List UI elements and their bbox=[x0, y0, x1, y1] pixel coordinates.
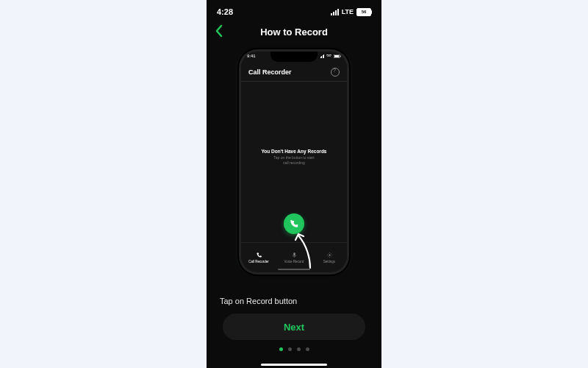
phone-icon bbox=[256, 252, 262, 258]
status-bar: 4:28 LTE 56 bbox=[217, 6, 371, 18]
mock-header: Call Recorder bbox=[248, 68, 340, 77]
battery-icon: 56 bbox=[356, 8, 371, 16]
help-icon bbox=[331, 68, 340, 77]
svg-rect-3 bbox=[293, 252, 295, 256]
instruction-text: Tap on Record button bbox=[220, 297, 297, 305]
svg-rect-1 bbox=[334, 55, 339, 57]
divider bbox=[241, 81, 347, 82]
notch bbox=[270, 52, 318, 62]
status-right: LTE 56 bbox=[331, 8, 371, 16]
header: How to Record bbox=[207, 22, 381, 41]
empty-title: You Don't Have Any Records bbox=[241, 149, 347, 154]
mock-signal-icon bbox=[320, 54, 325, 58]
network-label: LTE bbox=[342, 8, 354, 15]
svg-rect-2 bbox=[340, 55, 341, 57]
home-indicator bbox=[261, 364, 327, 366]
mic-icon bbox=[291, 252, 298, 258]
next-label: Next bbox=[284, 322, 304, 333]
record-button bbox=[284, 213, 304, 234]
next-button[interactable]: Next bbox=[223, 314, 365, 340]
signal-icon bbox=[331, 9, 339, 15]
tab-label: Voice Record bbox=[284, 260, 304, 263]
status-time: 4:28 bbox=[217, 7, 233, 16]
tab-label: Settings bbox=[323, 260, 335, 263]
phone-icon bbox=[289, 219, 299, 229]
mock-home-indicator bbox=[278, 269, 310, 271]
svg-point-4 bbox=[329, 254, 330, 255]
tutorial-phone-mock: 9:41 Call Recorder You Don't Have Any Re… bbox=[241, 52, 347, 272]
page-dot[interactable] bbox=[279, 347, 283, 351]
mock-wifi-icon bbox=[326, 54, 331, 58]
back-button[interactable] bbox=[214, 24, 224, 40]
mock-time: 9:41 bbox=[247, 54, 256, 58]
page-indicator bbox=[207, 347, 381, 351]
gear-icon bbox=[326, 252, 333, 258]
mock-battery-icon bbox=[334, 54, 341, 58]
mock-title: Call Recorder bbox=[248, 68, 292, 76]
page-dot[interactable] bbox=[306, 347, 309, 351]
page-dot[interactable] bbox=[288, 347, 292, 351]
empty-subtitle: Tap on the button to start call recordin… bbox=[241, 155, 347, 165]
page-title: How to Record bbox=[260, 26, 328, 38]
page-dot[interactable] bbox=[297, 347, 301, 351]
tab-settings: Settings bbox=[312, 243, 347, 272]
tab-label: Call Recorder bbox=[248, 260, 269, 263]
empty-state: You Don't Have Any Records Tap on the bu… bbox=[241, 149, 347, 165]
tab-call-recorder: Call Recorder bbox=[241, 243, 276, 272]
chevron-left-icon bbox=[214, 24, 224, 38]
device-frame: 4:28 LTE 56 How to Record 9:41 Call Reco… bbox=[207, 0, 381, 368]
